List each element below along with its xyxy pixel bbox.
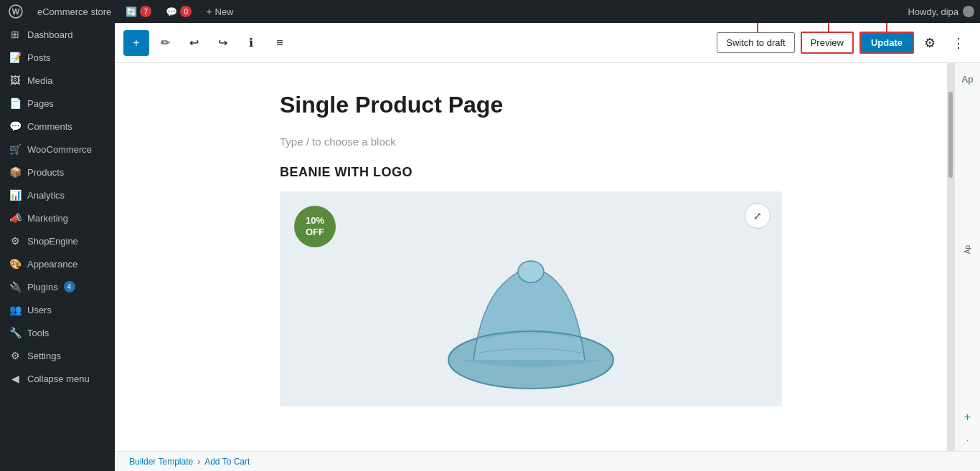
sidebar-item-woocommerce[interactable]: 🛒 WooCommerce [0, 138, 115, 161]
sidebar-label-woocommerce: WooCommerce [27, 144, 92, 155]
right-panel-plus[interactable]: + [964, 411, 971, 424]
breadcrumb-bar: Builder Template › Add To Cart [115, 451, 980, 471]
svg-text:W: W [12, 7, 20, 16]
editor-menu-button[interactable]: ⋮ [946, 30, 971, 56]
sidebar-label-marketing: Marketing [27, 213, 68, 224]
product-image [430, 220, 631, 406]
sidebar-item-dashboard[interactable]: ⊞ Dashboard [0, 23, 115, 46]
annotation-arrow-1 [886, 23, 887, 32]
right-panel-vertical-text: Ap [963, 245, 971, 254]
users-icon: 👥 [9, 304, 22, 315]
sidebar-label-users: Users [27, 305, 52, 315]
shopengine-icon: ⚙ [9, 235, 22, 247]
site-name: eCommerce store [37, 6, 111, 17]
sidebar-label-settings: Settings [27, 351, 61, 361]
comments-count: 0 [180, 6, 192, 17]
sidebar-item-appearance[interactable]: 🎨 Appearance [0, 252, 115, 275]
analytics-icon: 📊 [9, 189, 22, 201]
updates-count: 7 [140, 6, 151, 17]
comments-item[interactable]: 💬 0 [163, 0, 194, 23]
sidebar-item-marketing[interactable]: 📣 Marketing [0, 206, 115, 229]
expand-icon[interactable]: ⤢ [745, 203, 771, 229]
updates-item[interactable]: 🔄 7 [123, 0, 154, 23]
sidebar-item-analytics[interactable]: 📊 Analytics [0, 184, 115, 206]
appearance-icon: 🎨 [9, 258, 22, 270]
sidebar-label-tools: Tools [27, 328, 49, 338]
right-panel-button[interactable]: Ap [958, 69, 978, 89]
main-layout: ⊞ Dashboard 📝 Posts 🖼 Media 📄 Pages 💬 Co… [0, 23, 980, 471]
wp-logo-item[interactable]: W [6, 0, 26, 23]
redo-button[interactable]: ↪ [209, 30, 235, 56]
editor-settings-button[interactable]: ⚙ [917, 30, 943, 56]
undo-button[interactable]: ↩ [181, 30, 207, 56]
media-icon: 🖼 [9, 75, 22, 86]
sidebar-label-comments: Comments [27, 121, 72, 132]
sidebar-item-posts[interactable]: 📝 Posts [0, 46, 115, 69]
sidebar-label-appearance: Appearance [27, 259, 77, 270]
sidebar-label-products: Products [27, 167, 64, 178]
scrollbar-thumb[interactable] [948, 92, 953, 178]
admin-bar: W eCommerce store 🔄 7 💬 0 + New Howdy, d… [0, 0, 980, 23]
sidebar-label-shopengine: ShopEngine [27, 236, 78, 247]
updates-icon: 🔄 [126, 6, 137, 17]
new-item[interactable]: + New [203, 0, 236, 23]
sidebar-label-collapse: Collapse menu [27, 374, 90, 384]
posts-icon: 📝 [9, 52, 22, 63]
right-panel: Ap Ap + · [954, 63, 980, 451]
switch-to-draft-button[interactable]: Switch to draft [717, 32, 794, 53]
sidebar-label-media: Media [27, 75, 52, 86]
sidebar-item-comments[interactable]: 💬 Comments [0, 115, 115, 138]
preview-button[interactable]: Preview [801, 32, 854, 54]
admin-bar-right: Howdy, dipa [908, 6, 974, 17]
breadcrumb-separator: › [197, 457, 200, 467]
sidebar-label-pages: Pages [27, 98, 54, 109]
product-image-container: 10% OFF ⤢ [280, 191, 782, 406]
sidebar-item-media[interactable]: 🖼 Media [0, 69, 115, 92]
sidebar-item-plugins[interactable]: 🔌 Plugins 4 [0, 275, 115, 298]
list-view-button[interactable]: ≡ [267, 30, 293, 56]
breadcrumb-add-to-cart[interactable]: Add To Cart [204, 457, 250, 467]
sidebar-item-shopengine[interactable]: ⚙ ShopEngine [0, 229, 115, 252]
update-button[interactable]: Update [859, 32, 914, 54]
editor-scrollbar[interactable] [947, 63, 954, 451]
product-title: BEANIE WITH LOGO [280, 165, 782, 180]
annotation-arrow-2 [757, 23, 758, 32]
plus-icon: + [206, 6, 212, 17]
marketing-icon: 📣 [9, 212, 22, 224]
howdy-text: Howdy, dipa [908, 6, 958, 17]
breadcrumb-builder-template[interactable]: Builder Template [129, 457, 193, 467]
sidebar-item-users[interactable]: 👥 Users [0, 298, 115, 321]
page-title[interactable]: Single Product Page [280, 92, 782, 118]
editor-content: Single Product Page Type / to choose a b… [115, 63, 947, 451]
sidebar: ⊞ Dashboard 📝 Posts 🖼 Media 📄 Pages 💬 Co… [0, 23, 115, 471]
tools-icon: 🔧 [9, 327, 22, 338]
plugins-badge: 4 [64, 281, 75, 292]
pages-icon: 📄 [9, 97, 22, 109]
discount-label: OFF [306, 227, 324, 238]
sidebar-item-settings[interactable]: ⚙ Settings [0, 344, 115, 367]
collapse-icon: ◀ [9, 373, 22, 384]
editor-toolbar: + ✏ ↩ ↪ ℹ ≡ 2 Switch to draft 2 Preview [115, 23, 980, 63]
editor-inner: Single Product Page Type / to choose a b… [237, 63, 825, 435]
right-panel-dot: · [966, 435, 969, 445]
discount-percent: 10% [306, 215, 324, 227]
svg-point-4 [518, 261, 544, 282]
sidebar-item-collapse[interactable]: ◀ Collapse menu [0, 367, 115, 390]
comments-icon: 💬 [166, 6, 177, 17]
info-button[interactable]: ℹ [238, 30, 264, 56]
site-name-item[interactable]: eCommerce store [34, 0, 114, 23]
block-placeholder[interactable]: Type / to choose a block [280, 135, 782, 148]
add-block-button[interactable]: + [123, 30, 149, 56]
sidebar-label-dashboard: Dashboard [27, 29, 73, 40]
sidebar-label-analytics: Analytics [27, 190, 65, 201]
sidebar-label-plugins: Plugins [27, 282, 58, 292]
new-label: New [215, 6, 234, 17]
sidebar-item-tools[interactable]: 🔧 Tools [0, 321, 115, 344]
dashboard-icon: ⊞ [9, 29, 22, 40]
comments-sidebar-icon: 💬 [9, 120, 22, 132]
sidebar-item-pages[interactable]: 📄 Pages [0, 92, 115, 115]
edit-button[interactable]: ✏ [152, 30, 178, 56]
sidebar-item-products[interactable]: 📦 Products [0, 161, 115, 184]
right-panel-label: Ap [962, 74, 974, 85]
editor-area: + ✏ ↩ ↪ ℹ ≡ 2 Switch to draft 2 Preview [115, 23, 980, 471]
